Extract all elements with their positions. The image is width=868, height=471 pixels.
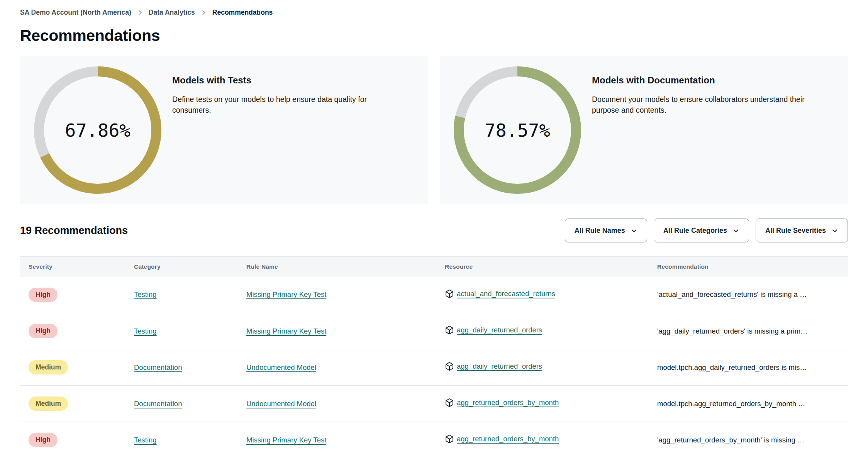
- donut-chart: 67.86%: [34, 66, 161, 194]
- category-link[interactable]: Testing: [134, 290, 157, 298]
- filters-group: All Rule Names All Rule Categories All R…: [565, 219, 848, 242]
- list-header: 19 Recommendations All Rule Names All Ru…: [20, 219, 848, 242]
- column-header-severity: Severity: [20, 257, 134, 277]
- category-link[interactable]: Testing: [134, 327, 157, 335]
- donut-percent-label: 78.57%: [454, 66, 581, 194]
- recommendation-text: 'agg_returned_orders_by_month' is missin…: [657, 422, 848, 458]
- card-title: Models with Documentation: [592, 75, 806, 86]
- table-row: Medium Documentation Undocumented Model …: [20, 349, 848, 386]
- table-row: Medium Documentation Undocumented Model …: [20, 386, 848, 422]
- filter-dropdown-button[interactable]: All Rule Severities: [756, 219, 848, 242]
- table-row: High Testing Missing Primary Key Test ag…: [20, 313, 848, 349]
- breadcrumb-item[interactable]: SA Demo Account (North America): [20, 8, 131, 17]
- recommendations-page: SA Demo Account (North America) Data Ana…: [0, 0, 868, 458]
- rule-name-link[interactable]: Missing Primary Key Test: [246, 327, 326, 335]
- filter-dropdown-button[interactable]: All Rule Names: [565, 219, 647, 242]
- cube-icon: [445, 289, 454, 298]
- chevron-right-icon: [137, 10, 143, 15]
- filter-dropdown-label: All Rule Severities: [765, 227, 826, 235]
- category-link[interactable]: Documentation: [134, 400, 182, 408]
- recommendation-text: 'agg_daily_returned_orders' is missing a…: [657, 313, 848, 349]
- severity-badge: Medium: [29, 360, 68, 374]
- table-row: High Testing Missing Primary Key Test ag…: [20, 422, 848, 458]
- rule-name-link[interactable]: Undocumented Model: [246, 363, 316, 371]
- category-link[interactable]: Testing: [134, 436, 157, 444]
- donut-percent-label: 67.86%: [34, 66, 161, 194]
- card-title: Models with Tests: [172, 75, 387, 86]
- table-body: High Testing Missing Primary Key Test ac…: [20, 277, 848, 458]
- column-header-recommendation: Recommendation: [657, 257, 848, 277]
- rule-name-link[interactable]: Missing Primary Key Test: [246, 436, 326, 444]
- metric-card: 78.57% Models with Documentation Documen…: [440, 56, 848, 204]
- breadcrumb-item[interactable]: Data Analytics: [149, 8, 195, 17]
- resource-link[interactable]: agg_returned_orders_by_month: [457, 398, 559, 407]
- severity-badge: High: [29, 324, 58, 338]
- table-header: Severity Category Rule Name Resource Rec…: [20, 257, 848, 277]
- metric-cards-row: 67.86% Models with Tests Define tests on…: [20, 56, 848, 204]
- severity-badge: Medium: [29, 396, 68, 411]
- cube-icon: [445, 325, 454, 335]
- resource-link[interactable]: actual_and_forecasted_returns: [457, 290, 555, 298]
- rule-name-link[interactable]: Missing Primary Key Test: [246, 290, 326, 298]
- metric-card: 67.86% Models with Tests Define tests on…: [20, 56, 428, 204]
- severity-badge: High: [29, 433, 58, 447]
- breadcrumb-item: Recommendations: [212, 8, 273, 17]
- recommendation-text: model.tpch.agg_returned_orders_by_month …: [657, 386, 848, 422]
- table-row: High Testing Missing Primary Key Test ac…: [20, 277, 848, 313]
- resource-link[interactable]: agg_daily_returned_orders: [457, 362, 542, 371]
- column-header-resource: Resource: [445, 257, 657, 277]
- column-header-rule-name: Rule Name: [246, 257, 445, 277]
- filter-dropdown-button[interactable]: All Rule Categories: [654, 219, 749, 242]
- column-header-category: Category: [134, 257, 246, 277]
- cube-icon: [445, 434, 454, 444]
- chevron-down-icon: [831, 227, 838, 234]
- cube-icon: [445, 398, 454, 407]
- chevron-down-icon: [732, 227, 739, 234]
- category-link[interactable]: Documentation: [134, 363, 182, 371]
- recommendations-count-title: 19 Recommendations: [20, 225, 128, 237]
- severity-badge: High: [29, 288, 58, 302]
- resource-link[interactable]: agg_daily_returned_orders: [457, 326, 542, 334]
- chevron-right-icon: [201, 10, 207, 15]
- rule-name-link[interactable]: Undocumented Model: [246, 400, 316, 408]
- breadcrumb: SA Demo Account (North America) Data Ana…: [20, 0, 848, 17]
- recommendations-table: Severity Category Rule Name Resource Rec…: [20, 256, 848, 458]
- filter-dropdown-label: All Rule Categories: [663, 227, 727, 235]
- donut-chart: 78.57%: [454, 66, 581, 194]
- card-description: Define tests on your models to help ensu…: [172, 94, 387, 115]
- cube-icon: [445, 362, 454, 371]
- chevron-down-icon: [631, 227, 637, 234]
- page-title: Recommendations: [20, 27, 848, 45]
- recommendation-text: model.tpch.agg_daily_returned_orders is …: [657, 349, 848, 386]
- recommendation-text: 'actual_and_forecasted_returns' is missi…: [657, 277, 848, 313]
- filter-dropdown-label: All Rule Names: [575, 227, 625, 235]
- card-description: Document your models to ensure collabora…: [592, 94, 806, 115]
- resource-link[interactable]: agg_returned_orders_by_month: [457, 435, 559, 443]
